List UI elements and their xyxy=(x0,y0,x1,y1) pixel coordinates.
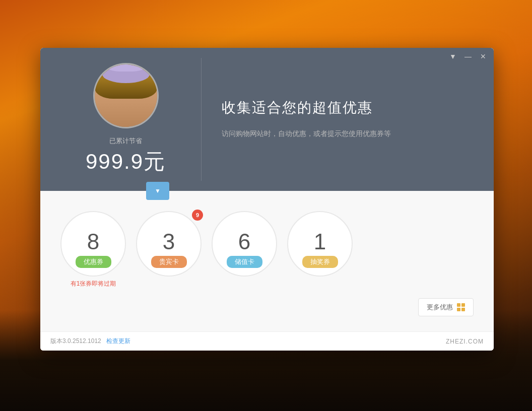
grid-cell-2 xyxy=(461,303,465,307)
expand-button[interactable] xyxy=(146,182,169,200)
header-section: ▼ — ✕ 已累计节省 999.9元 收集适合您的超值优惠 访问购物网站时，自动… xyxy=(40,48,494,191)
lottery-label: 抽奖券 xyxy=(302,256,338,268)
savings-amount: 999.9元 xyxy=(86,148,166,176)
avatar-hat xyxy=(102,65,150,83)
more-promos-label: 更多优惠 xyxy=(427,303,453,312)
card-circle-lottery: 1 抽奖券 xyxy=(287,211,353,277)
vip-badge: 9 xyxy=(192,210,203,221)
check-update-link[interactable]: 检查更新 xyxy=(106,337,130,346)
grid-cell-4 xyxy=(461,308,465,311)
cards-section: 8 优惠券 有1张券即将过期 9 3 贵宾卡 6 储值卡 xyxy=(40,191,494,331)
card-circle-store: 6 储值卡 xyxy=(212,211,277,277)
footer-left: 版本3.0.2512.1012 检查更新 xyxy=(50,337,130,346)
card-coupon[interactable]: 8 优惠券 有1张券即将过期 xyxy=(60,211,126,288)
coupon-warning: 有1张券即将过期 xyxy=(71,280,116,288)
brand-text: ZHEZI.COM xyxy=(446,338,484,345)
promo-title: 收集适合您的超值优惠 xyxy=(222,98,458,117)
store-number: 6 xyxy=(238,231,250,253)
minimize-button[interactable]: — xyxy=(463,52,473,61)
title-bar: ▼ — ✕ xyxy=(448,52,488,61)
version-text: 版本3.0.2512.1012 xyxy=(50,337,101,346)
grid-cell-1 xyxy=(457,303,460,307)
grid-cell-3 xyxy=(457,308,460,311)
vip-number: 3 xyxy=(163,231,175,253)
card-store[interactable]: 6 储值卡 xyxy=(212,211,277,288)
left-panel: 已累计节省 999.9元 xyxy=(50,58,202,181)
store-label: 储值卡 xyxy=(227,256,262,268)
cards-row: 8 优惠券 有1张券即将过期 9 3 贵宾卡 6 储值卡 xyxy=(60,211,474,288)
avatar xyxy=(93,63,159,128)
coupon-number: 8 xyxy=(87,231,99,253)
grid-icon xyxy=(457,303,465,311)
close-button[interactable]: ✕ xyxy=(479,52,488,61)
vip-label: 贵宾卡 xyxy=(151,256,187,268)
card-vip[interactable]: 9 3 贵宾卡 xyxy=(136,211,202,288)
more-promos-row: 更多优惠 xyxy=(60,298,474,316)
card-lottery[interactable]: 1 抽奖券 xyxy=(287,211,353,288)
filter-icon[interactable]: ▼ xyxy=(448,52,457,61)
card-circle-coupon: 8 优惠券 xyxy=(60,211,126,277)
footer: 版本3.0.2512.1012 检查更新 ZHEZI.COM xyxy=(40,331,494,351)
right-panel: 收集适合您的超值优惠 访问购物网站时，自动优惠，或者提示您使用优惠券等 xyxy=(202,83,479,155)
more-promos-button[interactable]: 更多优惠 xyxy=(418,298,474,316)
app-window: ▼ — ✕ 已累计节省 999.9元 收集适合您的超值优惠 访问购物网站时，自动… xyxy=(40,48,494,351)
promo-desc: 访问购物网站时，自动优惠，或者提示您使用优惠券等 xyxy=(222,127,458,140)
lottery-number: 1 xyxy=(314,231,326,253)
card-circle-vip: 9 3 贵宾卡 xyxy=(136,211,202,277)
avatar-face xyxy=(95,64,157,127)
savings-label: 已累计节省 xyxy=(109,136,142,146)
coupon-label: 优惠券 xyxy=(76,256,111,268)
